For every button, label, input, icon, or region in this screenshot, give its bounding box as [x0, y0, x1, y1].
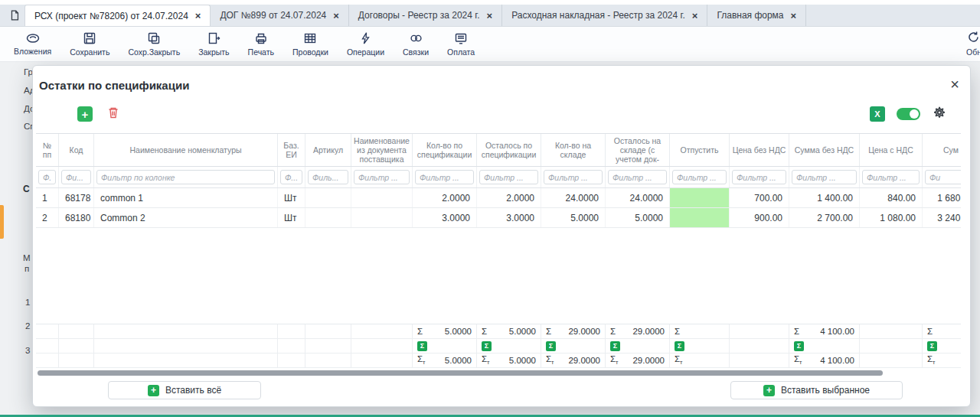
tab[interactable]: Расходная накладная - Реестр за 2024 г.× [502, 5, 707, 26]
toolbar-operations-button[interactable]: Операции [347, 31, 384, 57]
cell-price_vat[interactable]: 840.00 [860, 188, 923, 207]
cell-release[interactable] [670, 188, 730, 207]
toolbar-save-close-button[interactable]: Сохр.Закрыть [128, 31, 180, 57]
toolbar-links-button[interactable]: Связки [403, 31, 429, 57]
column-header-left_spec[interactable]: Осталось по спецификации [477, 134, 541, 166]
side-panel-handle-icon[interactable] [0, 205, 4, 239]
column-header-num[interactable]: № пп [36, 134, 59, 166]
cell-baseei[interactable]: Шт [278, 188, 305, 207]
cell-qty_stock[interactable]: 5.0000 [541, 208, 606, 227]
column-header-release[interactable]: Отпустить [670, 134, 730, 166]
column-header-article[interactable]: Артикул [305, 134, 351, 166]
cell-supplier_name[interactable] [351, 208, 413, 227]
tab[interactable]: Договоры - Реестр за 2024 г.× [349, 5, 502, 26]
cell-left_spec[interactable]: 3.0000 [477, 208, 541, 227]
cell-left_stock[interactable]: 24.0000 [606, 188, 670, 207]
filter-input-num[interactable] [38, 170, 56, 184]
cell-num[interactable]: 2 [36, 208, 59, 227]
tab-close-icon[interactable]: × [487, 10, 493, 21]
filter-input-left_spec[interactable] [479, 170, 538, 184]
column-header-supplier_name[interactable]: Наименование из документа поставщика [351, 134, 413, 166]
cell-left_spec[interactable]: 2.0000 [477, 188, 541, 207]
toolbar-attachment-button[interactable]: Вложения [14, 32, 51, 56]
toolbar-close-doc-button[interactable]: Закрыть [198, 31, 229, 57]
cell-code[interactable]: 68178 [59, 188, 94, 207]
column-header-code[interactable]: Код [59, 134, 94, 166]
filter-input-qty_stock[interactable] [544, 170, 603, 184]
document-icon[interactable] [5, 5, 24, 26]
tab[interactable]: РСХ (проект №78206) от 24.07.2024× [24, 5, 211, 26]
cell-price_vat[interactable]: 1 080.00 [860, 208, 923, 227]
toggle-switch[interactable] [897, 108, 920, 120]
insert-selected-button[interactable]: + Вставить выбранное [730, 381, 903, 399]
insert-selected-label: Вставить выбранное [781, 385, 870, 396]
tab-close-icon[interactable]: × [333, 10, 339, 21]
settings-button[interactable] [932, 106, 947, 122]
cell-left_stock[interactable]: 5.0000 [606, 208, 670, 227]
trash-icon [106, 106, 120, 122]
total-baseei [278, 339, 305, 353]
filter-input-code[interactable] [61, 170, 91, 184]
cell-sum_no_vat[interactable]: 1 400.00 [789, 188, 860, 207]
cell-article[interactable] [305, 208, 351, 227]
column-header-qty_stock[interactable]: Кол-во на складе [541, 134, 606, 166]
filter-input-supplier_name[interactable] [354, 170, 410, 184]
column-header-price_vat[interactable]: Цена с НДС [860, 134, 923, 166]
tab-close-icon[interactable]: × [791, 10, 797, 21]
cell-num[interactable]: 1 [36, 188, 59, 207]
filter-input-sum_no_vat[interactable] [792, 170, 857, 184]
toolbar-print-button[interactable]: Печать [248, 31, 274, 57]
filter-input-release[interactable] [672, 170, 727, 184]
cell-qty_stock[interactable]: 24.0000 [541, 188, 606, 207]
insert-all-button[interactable]: + Вставить всё [108, 381, 261, 399]
cell-sum_vat[interactable]: 1 680.00 [923, 188, 961, 207]
total-code [59, 339, 94, 353]
filter-input-name[interactable] [96, 170, 275, 184]
filter-input-left_stock[interactable] [608, 170, 667, 184]
filter-input-price_vat[interactable] [862, 170, 920, 184]
column-header-sum_no_vat[interactable]: Сумма без НДС [789, 134, 860, 166]
filter-input-qty_spec[interactable] [415, 170, 474, 184]
excel-export-button[interactable]: X [870, 106, 885, 122]
cell-baseei[interactable]: Шт [278, 208, 305, 227]
cell-name[interactable]: common 1 [94, 188, 278, 207]
column-header-baseei[interactable]: Баз. ЕИ [278, 134, 305, 166]
toolbar-save-button[interactable]: Сохранить [70, 31, 109, 57]
table-row[interactable]: 168178common 1Шт2.00002.000024.000024.00… [36, 188, 961, 208]
close-icon[interactable]: × [950, 77, 959, 92]
toolbar-payment-button[interactable]: Оплата [447, 31, 475, 57]
total-value: 29.0000 [568, 356, 600, 365]
cell-sum_vat[interactable]: 3 240.00 [923, 208, 961, 227]
refresh-button[interactable]: Обн [966, 31, 980, 57]
cell-name[interactable]: Common 2 [94, 208, 278, 227]
column-header-sum_vat[interactable]: Сум [923, 134, 961, 166]
cell-supplier_name[interactable] [351, 188, 413, 207]
column-header-price_no_vat[interactable]: Цена без НДС [730, 134, 789, 166]
column-header-qty_spec[interactable]: Кол-во по спецификации [413, 134, 477, 166]
cell-qty_spec[interactable]: 3.0000 [413, 208, 477, 227]
cell-article[interactable] [305, 188, 351, 207]
total-price_no_vat [730, 353, 789, 367]
tab-close-icon[interactable]: × [692, 10, 698, 21]
delete-row-button[interactable] [105, 106, 122, 122]
column-header-name[interactable]: Наименование номенклатуры [94, 134, 278, 166]
toolbar-postings-button[interactable]: Проводки [292, 31, 328, 57]
cell-sum_no_vat[interactable]: 2 700.00 [789, 208, 860, 227]
cell-release[interactable] [670, 208, 730, 227]
filter-input-price_no_vat[interactable] [732, 170, 786, 184]
sigma-icon: Σ [794, 327, 799, 336]
tab[interactable]: Главная форма× [707, 5, 806, 26]
filter-input-baseei[interactable] [280, 170, 302, 184]
cell-code[interactable]: 68180 [59, 208, 94, 227]
add-row-button[interactable]: + [77, 106, 93, 122]
tab-close-icon[interactable]: × [195, 10, 201, 21]
horizontal-scrollbar[interactable] [38, 370, 883, 376]
cell-price_no_vat[interactable]: 900.00 [730, 208, 789, 227]
table-row[interactable]: 268180Common 2Шт3.00003.00005.00005.0000… [36, 208, 961, 228]
column-header-left_stock[interactable]: Осталось на складе (с учетом док- [606, 134, 670, 166]
tab[interactable]: ДОГ №899 от 24.07.2024× [211, 5, 348, 26]
cell-price_no_vat[interactable]: 700.00 [730, 188, 789, 207]
filter-input-sum_vat[interactable] [925, 170, 961, 184]
cell-qty_spec[interactable]: 2.0000 [413, 188, 477, 207]
filter-input-article[interactable] [308, 170, 348, 184]
